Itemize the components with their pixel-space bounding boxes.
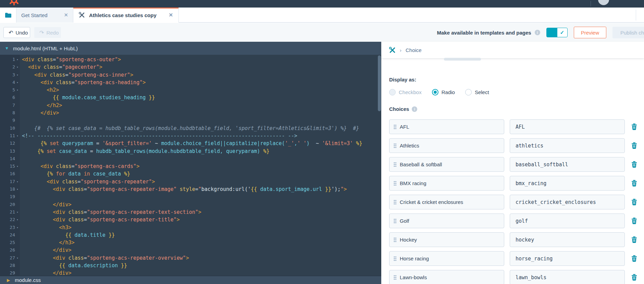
module-root-crumb[interactable] [389, 47, 396, 53]
radio-circle-icon[interactable] [465, 89, 472, 95]
publish-changes-button[interactable]: Publish changes [612, 27, 644, 38]
chevron-right-icon[interactable]: ▶ [7, 278, 10, 283]
line-number: 5 [0, 86, 15, 94]
choice-label-input[interactable]: Lawn-bowls [389, 270, 504, 284]
drag-handle-icon[interactable] [394, 143, 396, 148]
availability-toggle[interactable]: ✓ [546, 28, 568, 37]
code-fold-icon[interactable]: ▾ [15, 71, 20, 79]
code-fold-spacer [15, 246, 20, 254]
choice-value-input[interactable]: golf [510, 214, 625, 228]
undo-button[interactable]: ↶ Undo [3, 27, 30, 38]
code-fold-icon[interactable]: ▾ [15, 224, 20, 231]
radio-circle-icon[interactable] [432, 89, 438, 95]
choice-value-input[interactable]: hockey [510, 232, 625, 247]
code-fold-icon[interactable]: ▾ [15, 56, 20, 63]
choice-label-input[interactable]: Horse racing [389, 251, 504, 266]
code-fold-icon[interactable]: ▾ [15, 163, 20, 170]
choice-label-input[interactable]: Cricket & cricket enclosures [389, 195, 504, 209]
choice-value-text: hockey [516, 237, 534, 243]
choice-label-input[interactable]: Baseball & softball [389, 157, 504, 172]
code-fold-spacer [15, 262, 20, 269]
delete-choice-button[interactable] [631, 180, 637, 186]
delete-choice-button[interactable] [631, 161, 637, 168]
drag-handle-icon[interactable] [394, 219, 396, 223]
hubspot-sprocket-logo-icon[interactable] [9, 0, 19, 5]
delete-choice-button[interactable] [631, 274, 637, 281]
code-area[interactable]: 1▾<div class="sporteng-acs-outer">2▾ <di… [0, 55, 381, 276]
user-avatar[interactable] [598, 0, 609, 5]
close-tab-icon[interactable]: ✕ [169, 12, 173, 18]
radio-circle-icon[interactable] [389, 89, 396, 95]
choice-label-input[interactable]: Hockey [389, 232, 504, 247]
close-tab-icon[interactable]: ✕ [64, 12, 68, 18]
display-as-option-radio[interactable]: Radio [432, 89, 455, 95]
code-fold-spacer [15, 170, 20, 178]
choice-value-input[interactable]: baseball_softball [510, 157, 625, 172]
line-number: 27 [0, 254, 15, 262]
choice-value-text: bmx_racing [516, 180, 546, 186]
choice-value-input[interactable]: athletics [510, 138, 625, 153]
delete-choice-button[interactable] [631, 124, 637, 130]
code-fold-spacer [15, 231, 20, 239]
code-fold-icon[interactable]: ▾ [15, 132, 20, 140]
info-icon[interactable]: i [535, 30, 540, 35]
tab-label: Get Started [21, 12, 48, 18]
editor-file-header[interactable]: ▼ module.html (HTML + HubL) [0, 42, 381, 55]
delete-choice-button[interactable] [631, 236, 637, 243]
module-css-bar[interactable]: ▶ module.css [0, 276, 381, 284]
code-fold-icon[interactable]: ▾ [15, 208, 20, 216]
drag-handle-icon[interactable] [394, 162, 396, 167]
drag-handle-icon[interactable] [394, 200, 396, 205]
delete-choice-button[interactable] [631, 142, 637, 149]
code-fold-icon[interactable]: ▾ [15, 185, 20, 193]
panel-scrollbar-remnant[interactable] [444, 58, 481, 61]
redo-icon: ↷ [39, 29, 44, 36]
folder-icon [5, 12, 12, 18]
line-number: 6 [0, 94, 15, 101]
drag-handle-icon[interactable] [394, 237, 396, 242]
choice-label-input[interactable]: Athletics [389, 138, 504, 153]
code-line: 29 </div> [0, 269, 381, 276]
drag-handle-icon[interactable] [394, 181, 396, 186]
choice-label-text: Baseball & softball [400, 162, 442, 167]
code-text: <div class="sporteng-acs-inner"> [22, 71, 133, 79]
choice-value-input[interactable]: cricket_cricket_enclosures [510, 195, 625, 209]
preview-button[interactable]: Preview [574, 27, 606, 38]
info-icon[interactable]: i [412, 106, 417, 112]
code-fold-icon[interactable]: ▾ [15, 216, 20, 223]
code-editor-pane[interactable]: ▼ module.html (HTML + HubL) 1▾<div class… [0, 42, 381, 284]
display-as-option-checkbox[interactable]: Checkbox [389, 89, 422, 95]
vertical-scrollbar[interactable] [378, 55, 381, 111]
choice-label-input[interactable]: BMX racing [389, 176, 504, 191]
delete-choice-button[interactable] [631, 199, 637, 205]
chevron-down-icon[interactable]: ▼ [5, 46, 9, 51]
choice-value-input[interactable]: lawn_bowls [510, 270, 625, 284]
redo-button[interactable]: ↷ Redo [34, 27, 61, 38]
choice-value-input[interactable]: bmx_racing [510, 176, 625, 191]
line-number: 10 [0, 125, 15, 132]
crossed-tools-icon [389, 47, 396, 53]
code-fold-icon[interactable]: ▾ [15, 178, 20, 185]
delete-choice-button[interactable] [631, 218, 637, 224]
code-line: 26 </div> [0, 246, 381, 254]
drag-handle-icon[interactable] [394, 275, 396, 280]
drag-handle-icon[interactable] [394, 256, 396, 261]
choice-label-input[interactable]: AFL [389, 119, 504, 134]
code-fold-icon[interactable]: ▾ [15, 63, 20, 71]
line-number: 14 [0, 155, 15, 163]
code-fold-icon[interactable]: ▾ [15, 254, 20, 262]
choice-value-input[interactable]: horse_racing [510, 251, 625, 266]
choice-value-input[interactable]: AFL [510, 119, 625, 134]
code-line: 7 </h2> [0, 102, 381, 109]
choice-label-input[interactable]: Golf [389, 214, 504, 228]
tab-athletics-case-studies-copy[interactable]: Athletics case studies copy ✕ [73, 8, 179, 23]
code-fold-icon[interactable]: ▾ [15, 79, 20, 86]
line-number: 19 [0, 193, 15, 201]
code-fold-icon[interactable]: ▾ [15, 86, 20, 94]
drag-handle-icon[interactable] [394, 125, 396, 129]
tab-get-started[interactable]: Get Started ✕ [16, 8, 73, 23]
tab-finder-folder[interactable] [0, 8, 16, 23]
delete-choice-button[interactable] [631, 255, 637, 262]
line-number: 17 [0, 178, 15, 185]
display-as-option-select[interactable]: Select [465, 89, 489, 95]
